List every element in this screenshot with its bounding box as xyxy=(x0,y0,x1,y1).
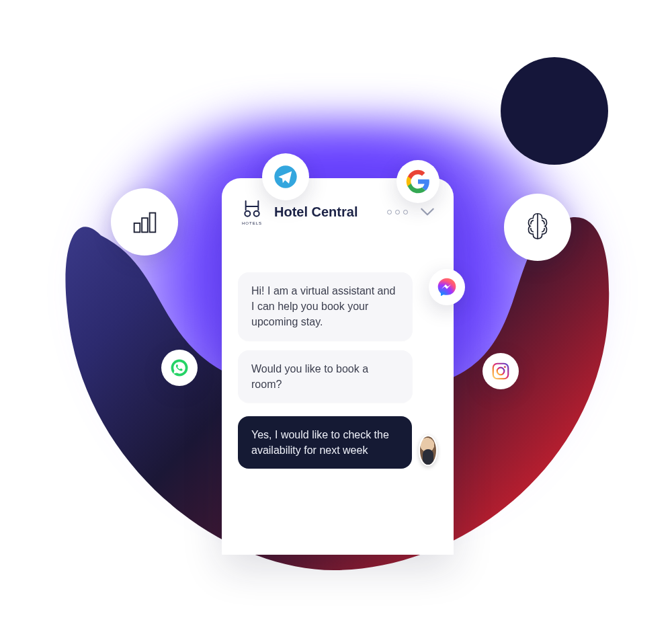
hotel-logo: HOTELS xyxy=(239,197,265,227)
bot-message: Would you like to book a room? xyxy=(238,350,413,403)
brain-icon xyxy=(504,194,571,261)
svg-point-7 xyxy=(497,368,505,375)
svg-rect-2 xyxy=(150,213,156,233)
svg-rect-0 xyxy=(134,223,140,232)
whatsapp-icon xyxy=(161,350,198,386)
hotel-logo-sublabel: HOTELS xyxy=(242,221,262,225)
svg-rect-1 xyxy=(142,218,148,232)
chat-messages: Hi! I am a virtual assistant and I can h… xyxy=(222,264,454,469)
telegram-icon xyxy=(262,153,309,200)
svg-point-8 xyxy=(504,366,506,368)
bot-message: Hi! I am a virtual assistant and I can h… xyxy=(238,272,413,341)
user-avatar xyxy=(419,435,437,466)
chat-title: Hotel Central xyxy=(274,204,358,220)
dark-circle-deco xyxy=(501,57,608,165)
svg-point-9 xyxy=(245,211,250,217)
svg-point-10 xyxy=(254,211,259,217)
google-icon xyxy=(396,160,439,203)
more-options-button[interactable] xyxy=(387,210,408,214)
user-message-row: Yes, I would like to check the availabil… xyxy=(238,412,437,469)
bar-chart-icon xyxy=(111,188,178,256)
svg-rect-6 xyxy=(493,364,509,379)
chat-widget-card: HOTELS Hotel Central Hi! I am a virtual … xyxy=(222,178,454,555)
collapse-button[interactable] xyxy=(419,203,436,221)
messenger-icon xyxy=(429,269,465,305)
instagram-icon xyxy=(482,353,519,389)
user-message: Yes, I would like to check the availabil… xyxy=(238,416,412,469)
